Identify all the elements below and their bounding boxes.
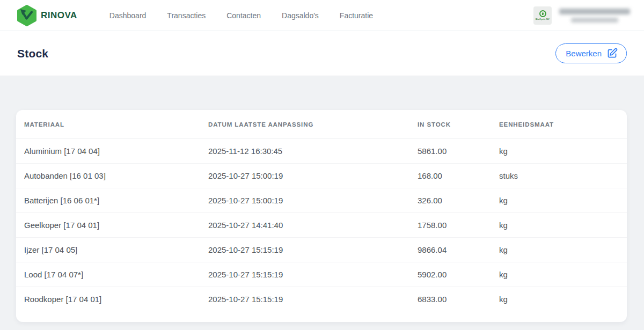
biocycle-logo-icon [539, 10, 546, 17]
cell-in-stock: 5902.00 [418, 270, 499, 279]
cell-eenheidsmaat: kg [499, 270, 619, 279]
table-header-row: MATERIAALDATUM LAATSTE AANPASSINGIN STOC… [16, 110, 627, 138]
table-body: Aluminium [17 04 04] 2025-11-12 16:30:45… [16, 138, 627, 311]
rinova-hexagon-icon [16, 4, 38, 27]
column-header-datum-laatste-aanpassing: DATUM LAATSTE AANPASSING [208, 121, 418, 128]
user-name-redacted [559, 9, 630, 23]
cell-materiaal: Aluminium [17 04 04] [24, 146, 208, 156]
column-header-eenheidsmaat: EENHEIDSMAAT [499, 121, 619, 128]
cell-datum-laatste-aanpassing: 2025-10-27 15:00:19 [208, 196, 418, 205]
nav-item-contacten[interactable]: Contacten [226, 11, 261, 20]
cell-materiaal: Geelkoper [17 04 01] [24, 221, 208, 230]
user-menu[interactable]: BioCycle NV [533, 6, 630, 25]
cell-materiaal: Lood [17 04 07*] [24, 270, 208, 279]
nav-item-facturatie[interactable]: Facturatie [340, 11, 373, 20]
stock-table: MATERIAALDATUM LAATSTE AANPASSINGIN STOC… [16, 110, 627, 311]
company-avatar[interactable]: BioCycle NV [533, 6, 552, 25]
nav-item-dashboard[interactable]: Dashboard [109, 11, 147, 20]
cell-datum-laatste-aanpassing: 2025-10-27 15:15:19 [208, 245, 418, 254]
brand-wordmark: RINOVA [41, 10, 77, 21]
avatar-caption: BioCycle NV [536, 18, 550, 20]
table-row: Geelkoper [17 04 01] 2025-10-27 14:41:40… [16, 212, 627, 237]
cell-eenheidsmaat: kg [499, 295, 619, 304]
table-row: Ijzer [17 04 05] 2025-10-27 15:15:19 986… [16, 237, 627, 262]
redacted-subtitle-line [571, 18, 618, 23]
redacted-name-line [559, 9, 630, 14]
table-row: Batterijen [16 06 01*] 2025-10-27 15:00:… [16, 188, 627, 212]
cell-in-stock: 326.00 [418, 196, 499, 205]
cell-materiaal: Ijzer [17 04 05] [24, 245, 208, 254]
top-navbar: RINOVA DashboardTransactiesContactenDags… [0, 0, 644, 31]
nav-item-transacties[interactable]: Transacties [167, 11, 206, 20]
table-row: Roodkoper [17 04 01] 2025-10-27 15:15:19… [16, 287, 627, 311]
page-header: Stock Bewerken [0, 31, 644, 76]
column-header-materiaal: MATERIAAL [24, 121, 208, 128]
cell-in-stock: 168.00 [418, 171, 499, 180]
cell-eenheidsmaat: kg [499, 245, 619, 254]
cell-eenheidsmaat: kg [499, 196, 619, 205]
page-title: Stock [17, 47, 48, 60]
cell-datum-laatste-aanpassing: 2025-10-27 15:15:19 [208, 270, 418, 279]
cell-in-stock: 5861.00 [418, 146, 499, 156]
stock-card: MATERIAALDATUM LAATSTE AANPASSINGIN STOC… [16, 110, 627, 322]
page-body: MATERIAALDATUM LAATSTE AANPASSINGIN STOC… [0, 76, 644, 322]
table-row: Aluminium [17 04 04] 2025-11-12 16:30:45… [16, 138, 627, 163]
cell-datum-laatste-aanpassing: 2025-11-12 16:30:45 [208, 146, 418, 156]
edit-button[interactable]: Bewerken [555, 43, 627, 63]
cell-materiaal: Batterijen [16 06 01*] [24, 196, 208, 205]
cell-in-stock: 1758.00 [418, 221, 499, 230]
edit-button-label: Bewerken [566, 49, 602, 58]
brand-logo[interactable]: RINOVA [16, 4, 77, 27]
table-row: Lood [17 04 07*] 2025-10-27 15:15:19 590… [16, 262, 627, 287]
cell-datum-laatste-aanpassing: 2025-10-27 15:00:19 [208, 171, 418, 180]
cell-eenheidsmaat: stuks [499, 171, 619, 180]
cell-datum-laatste-aanpassing: 2025-10-27 14:41:40 [208, 221, 418, 230]
cell-datum-laatste-aanpassing: 2025-10-27 15:15:19 [208, 295, 418, 304]
edit-pencil-icon [606, 48, 618, 59]
table-row: Autobanden [16 01 03] 2025-10-27 15:00:1… [16, 163, 627, 188]
cell-materiaal: Autobanden [16 01 03] [24, 171, 208, 180]
main-nav: DashboardTransactiesContactenDagsaldo'sF… [109, 11, 533, 20]
cell-eenheidsmaat: kg [499, 146, 619, 156]
cell-materiaal: Roodkoper [17 04 01] [24, 295, 208, 304]
cell-in-stock: 9866.04 [418, 245, 499, 254]
cell-in-stock: 6833.00 [418, 295, 499, 304]
column-header-in-stock: IN STOCK [418, 121, 499, 128]
cell-eenheidsmaat: kg [499, 221, 619, 230]
nav-item-dagsaldo-s[interactable]: Dagsaldo's [282, 11, 319, 20]
